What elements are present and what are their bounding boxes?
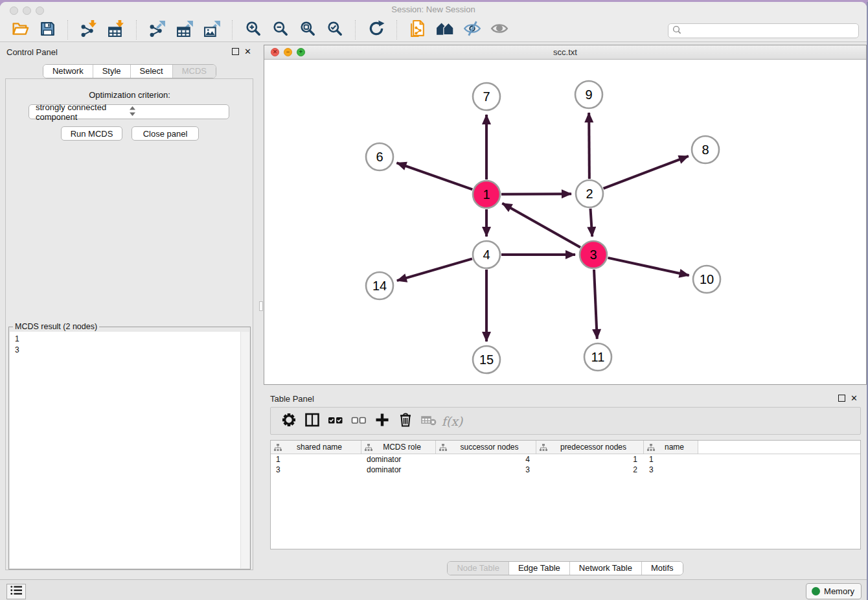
close-panel-button[interactable]: Close panel bbox=[131, 126, 199, 141]
node-1[interactable]: 1 bbox=[473, 181, 500, 208]
show-all-button[interactable] bbox=[489, 20, 510, 40]
node-label: 1 bbox=[483, 187, 490, 202]
column-header-MCDS-role[interactable]: MCDS role bbox=[361, 441, 436, 454]
panel-splitter[interactable] bbox=[259, 42, 264, 579]
search-box[interactable] bbox=[668, 23, 859, 38]
table-cell: dominator bbox=[361, 455, 436, 464]
node-9[interactable]: 9 bbox=[575, 81, 602, 108]
new-network-from-selection-button[interactable] bbox=[407, 20, 428, 40]
toolbar-separator bbox=[136, 20, 137, 40]
node-7[interactable]: 7 bbox=[473, 83, 500, 110]
tab-network[interactable]: Network bbox=[43, 65, 93, 78]
show-column-panel-button[interactable] bbox=[301, 411, 324, 431]
tab-edge-table[interactable]: Edge Table bbox=[509, 562, 570, 575]
node-table: shared nameMCDS rolesuccessor nodesprede… bbox=[270, 440, 861, 549]
apply-function-button[interactable]: f(x) bbox=[440, 411, 464, 431]
splitter-grip-icon[interactable] bbox=[259, 301, 263, 311]
close-panel-icon[interactable]: ✕ bbox=[851, 395, 858, 402]
plus-icon bbox=[374, 412, 390, 430]
close-panel-icon[interactable]: ✕ bbox=[244, 48, 251, 55]
column-header-predecessor-nodes[interactable]: predecessor nodes bbox=[536, 441, 644, 454]
select-all-rows-button[interactable] bbox=[324, 411, 347, 431]
node-15[interactable]: 15 bbox=[473, 346, 500, 373]
zoom-in-button[interactable] bbox=[243, 20, 264, 40]
zoom-out-button[interactable] bbox=[270, 20, 291, 40]
memory-label: Memory bbox=[824, 586, 854, 596]
network-document-icon bbox=[409, 20, 427, 40]
mcds-result-textarea[interactable]: 13 bbox=[10, 332, 249, 568]
network-view-window: ✕ − + scc.txt 7961284314101511 bbox=[264, 45, 867, 385]
run-mcds-button[interactable]: Run MCDS bbox=[61, 126, 122, 141]
float-panel-icon[interactable] bbox=[232, 48, 239, 55]
task-history-button[interactable] bbox=[6, 584, 26, 599]
node-4[interactable]: 4 bbox=[473, 241, 500, 268]
import-table-button[interactable] bbox=[106, 20, 126, 40]
tab-motifs[interactable]: Motifs bbox=[642, 562, 683, 575]
refresh-layout-button[interactable] bbox=[366, 20, 387, 40]
zoom-fit-button[interactable] bbox=[297, 20, 318, 40]
delete-column-button[interactable] bbox=[394, 411, 417, 431]
tab-network-table[interactable]: Network Table bbox=[570, 562, 642, 575]
table-cell: 4 bbox=[436, 455, 536, 464]
open-session-button[interactable] bbox=[10, 20, 30, 40]
first-neighbors-button[interactable] bbox=[435, 20, 455, 40]
table-body: 1dominator4113dominator323 bbox=[271, 454, 860, 475]
column-header-shared-name[interactable]: shared name bbox=[271, 441, 361, 454]
checked-boxes-icon bbox=[328, 412, 343, 430]
zoom-selected-button[interactable] bbox=[325, 20, 345, 40]
result-line: 3 bbox=[15, 345, 249, 356]
tab-select[interactable]: Select bbox=[131, 65, 173, 78]
create-column-button[interactable] bbox=[371, 411, 394, 431]
node-2[interactable]: 2 bbox=[576, 180, 603, 207]
column-header-name[interactable]: name bbox=[644, 441, 698, 454]
node-11[interactable]: 11 bbox=[584, 343, 611, 371]
node-10[interactable]: 10 bbox=[693, 266, 720, 293]
table-row[interactable]: 3dominator323 bbox=[271, 465, 860, 475]
column-header-successor-nodes[interactable]: successor nodes bbox=[436, 441, 536, 454]
node-6[interactable]: 6 bbox=[366, 143, 393, 170]
hide-selected-button[interactable] bbox=[462, 20, 483, 40]
node-8[interactable]: 8 bbox=[692, 136, 719, 163]
node-label: 2 bbox=[586, 187, 593, 201]
node-label: 6 bbox=[376, 150, 383, 164]
column-type-icon bbox=[274, 444, 282, 451]
table-cell: 1 bbox=[644, 455, 698, 464]
table-settings-button[interactable] bbox=[277, 411, 301, 431]
import-network-button[interactable] bbox=[78, 20, 99, 40]
columns-icon bbox=[304, 412, 320, 430]
table-panel-title: Table Panel bbox=[270, 394, 314, 404]
export-table-button[interactable] bbox=[174, 20, 195, 40]
edge-2-9 bbox=[589, 113, 589, 179]
node-label: 7 bbox=[483, 89, 490, 104]
result-scrollbar[interactable] bbox=[240, 332, 249, 568]
tab-node-table[interactable]: Node Table bbox=[448, 562, 509, 575]
table-row[interactable]: 1dominator411 bbox=[271, 454, 860, 465]
network-canvas[interactable]: 7961284314101511 bbox=[264, 59, 866, 384]
node-label: 9 bbox=[585, 87, 592, 102]
table-cell: 3 bbox=[271, 465, 361, 474]
desktop: Session: New Session bbox=[0, 0, 868, 600]
float-panel-icon[interactable] bbox=[838, 395, 845, 402]
status-bar: Memory bbox=[0, 579, 867, 600]
tab-mcds[interactable]: MCDS bbox=[173, 65, 216, 78]
export-network-button[interactable] bbox=[147, 20, 168, 40]
edge-2-8 bbox=[604, 156, 689, 189]
mcds-result-groupbox: MCDS result (2 nodes) 13 bbox=[8, 327, 251, 570]
deselect-all-rows-button[interactable] bbox=[347, 411, 371, 431]
optimization-criterion-dropdown[interactable]: strongly connected component bbox=[29, 104, 229, 119]
network-window-title: scc.txt bbox=[264, 47, 866, 57]
zoom-in-icon bbox=[245, 20, 262, 40]
tab-style[interactable]: Style bbox=[93, 65, 131, 78]
gear-icon bbox=[281, 412, 297, 430]
table-cell: dominator bbox=[361, 465, 436, 474]
node-label: 4 bbox=[483, 248, 490, 262]
memory-button[interactable]: Memory bbox=[806, 583, 862, 599]
search-input[interactable] bbox=[682, 25, 858, 37]
node-14[interactable]: 14 bbox=[366, 272, 393, 299]
dropdown-stepper-icon bbox=[130, 106, 223, 118]
save-session-button[interactable] bbox=[37, 20, 58, 40]
delete-table-button[interactable] bbox=[417, 411, 440, 431]
node-3[interactable]: 3 bbox=[580, 241, 607, 268]
export-image-button[interactable] bbox=[201, 20, 222, 40]
edge-3-10 bbox=[608, 258, 689, 275]
